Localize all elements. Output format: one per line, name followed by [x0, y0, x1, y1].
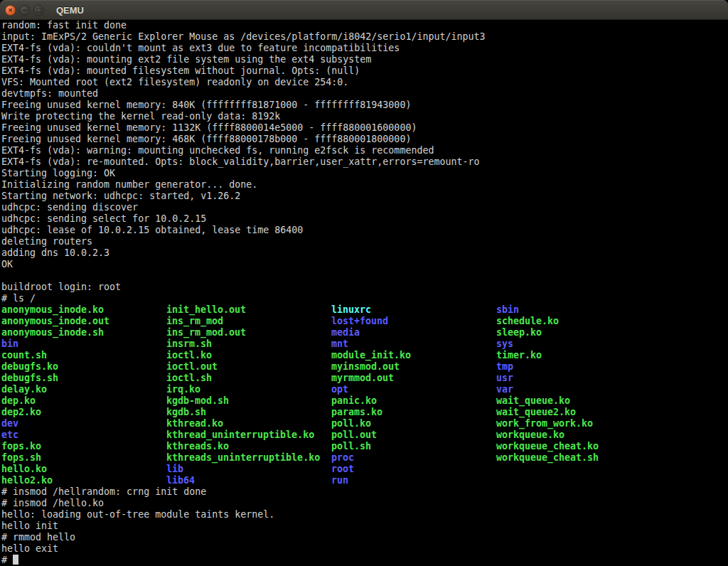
file-entry: opt [331, 384, 496, 395]
terminal-line: udhcpc: sending discover [1, 202, 728, 213]
maximize-icon: □ [36, 7, 42, 14]
terminal-line: # insmod /hellrandom: crng init done [1, 486, 728, 498]
file-entry: debugfs.sh [1, 373, 166, 384]
file-entry: sleep.ko [496, 327, 542, 338]
terminal-line: buildroot login: root [1, 282, 728, 293]
file-entry: myrmmod.out [331, 373, 496, 384]
file-entry: kthreads_uninterruptible.ko [166, 452, 331, 464]
terminal-line: etckthread_uninterruptible.kopoll.outwor… [1, 429, 728, 441]
terminal-line: EXT4-fs (vda): mounted filesystem withou… [1, 65, 728, 77]
file-entry: proc [331, 452, 496, 464]
file-entry: lib [166, 464, 331, 475]
file-entry: tmp [496, 361, 513, 373]
file-entry: ioctl.out [166, 361, 331, 373]
file-entry: lost+found [331, 316, 496, 327]
file-entry: workqueue_cheat.ko [496, 441, 599, 452]
file-entry: insrm.sh [166, 338, 331, 350]
close-icon: × [8, 7, 14, 14]
file-entry: module_init.ko [331, 350, 496, 361]
file-entry: poll.sh [331, 441, 496, 452]
terminal-line: Write protecting the kernel read-only da… [1, 111, 728, 122]
file-entry: hello2.ko [1, 475, 166, 486]
file-entry: dev [1, 418, 166, 429]
terminal-line: fops.shkthreads_uninterruptible.koprocwo… [1, 452, 728, 464]
terminal-line: bininsrm.shmntsys [1, 338, 728, 350]
terminal-line: Starting network: udhcpc: started, v1.26… [1, 191, 728, 202]
file-entry: delay.ko [1, 384, 166, 395]
minimize-icon: − [22, 7, 28, 14]
terminal-line: input: ImExPS/2 Generic Explorer Mouse a… [1, 31, 728, 43]
file-entry: anonymous_inode.ko [1, 304, 166, 316]
terminal-line: devkthread.kopoll.kowork_from_work.ko [1, 418, 728, 429]
terminal-line: random: fast init done [1, 20, 728, 31]
terminal-line: udhcpc: lease of 10.0.2.15 obtained, lea… [1, 225, 728, 236]
terminal-line: debugfs.shioctl.shmyrmmod.outusr [1, 373, 728, 384]
terminal-line: # insmod /hello.ko [1, 498, 728, 509]
terminal-line: Freeing unused kernel memory: 1132K (fff… [1, 122, 728, 134]
terminal-line: OK [1, 259, 728, 270]
terminal-line: count.shioctl.komodule_init.kotimer.ko [1, 350, 728, 361]
window-title: QEMU [56, 5, 84, 16]
file-entry: panic.ko [331, 395, 496, 407]
terminal-line: deleting routers [1, 236, 728, 247]
file-entry: ins_rm_mod [166, 316, 331, 327]
file-entry: wait_queue.ko [496, 395, 570, 407]
maximize-button[interactable]: □ [33, 5, 44, 16]
file-entry: ioctl.sh [166, 373, 331, 384]
file-entry: irq.ko [166, 384, 331, 395]
terminal-line: Freeing unused kernel memory: 468K (ffff… [1, 134, 728, 145]
terminal-line: # [1, 555, 728, 566]
file-entry: dep2.ko [1, 407, 166, 418]
file-entry: media [331, 327, 496, 338]
terminal-line: dep.kokgdb-mod.shpanic.kowait_queue.ko [1, 395, 728, 407]
file-entry: linuxrc [331, 304, 496, 316]
titlebar[interactable]: × − □ QEMU [0, 0, 728, 20]
shell-prompt: # [1, 555, 13, 565]
file-entry: work_from_work.ko [496, 418, 593, 429]
file-entry: kgdb.sh [166, 407, 331, 418]
file-entry: kthreads.ko [166, 441, 331, 452]
file-entry: poll.ko [331, 418, 496, 429]
file-entry: dep.ko [1, 395, 166, 407]
file-entry: sbin [496, 304, 519, 316]
terminal-line: # rmmod hello [1, 532, 728, 543]
terminal-line: # ls / [1, 293, 728, 304]
file-entry: params.ko [331, 407, 496, 418]
terminal-line: fops.kokthreads.kopoll.shworkqueue_cheat… [1, 441, 728, 452]
file-entry: workqueue_cheat.sh [496, 452, 599, 464]
terminal-line: debugfs.koioctl.outmyinsmod.outtmp [1, 361, 728, 373]
qemu-window: × − □ QEMU random: fast init doneinput: … [0, 0, 728, 566]
file-entry: fops.ko [1, 441, 166, 452]
file-entry: init_hello.out [166, 304, 331, 316]
terminal-line: anonymous_inode.shins_rm_mod.outmediasle… [1, 327, 728, 338]
terminal-line [1, 270, 728, 282]
file-entry: ins_rm_mod.out [166, 327, 331, 338]
terminal-line: hello2.kolib64run [1, 475, 728, 486]
file-entry: usr [496, 373, 513, 384]
file-entry: anonymous_inode.out [1, 316, 166, 327]
file-entry: kgdb-mod.sh [166, 395, 331, 407]
file-entry: kthread_uninterruptible.ko [166, 429, 331, 441]
terminal-line: hello: loading out-of-tree module taints… [1, 509, 728, 520]
file-entry: kthread.ko [166, 418, 331, 429]
file-entry: count.sh [1, 350, 166, 361]
file-entry: etc [1, 429, 166, 441]
terminal[interactable]: random: fast init doneinput: ImExPS/2 Ge… [0, 20, 728, 566]
terminal-line: Freeing unused kernel memory: 840K (ffff… [1, 100, 728, 111]
file-entry: root [331, 464, 496, 475]
terminal-line: EXT4-fs (vda): mounting ext2 file system… [1, 54, 728, 65]
terminal-line: devtmpfs: mounted [1, 88, 728, 100]
file-entry: sys [496, 338, 513, 350]
file-entry: wait_queue2.ko [496, 407, 576, 418]
file-entry: lib64 [166, 475, 331, 486]
file-entry: run [331, 475, 496, 486]
terminal-line: delay.koirq.kooptvar [1, 384, 728, 395]
file-entry: schedule.ko [496, 316, 559, 327]
file-entry: bin [1, 338, 166, 350]
terminal-line: hello init [1, 520, 728, 532]
terminal-line: anonymous_inode.outins_rm_modlost+founds… [1, 316, 728, 327]
file-entry: myinsmod.out [331, 361, 496, 373]
terminal-line: hello.kolibroot [1, 464, 728, 475]
close-button[interactable]: × [5, 5, 16, 16]
minimize-button[interactable]: − [19, 5, 30, 16]
